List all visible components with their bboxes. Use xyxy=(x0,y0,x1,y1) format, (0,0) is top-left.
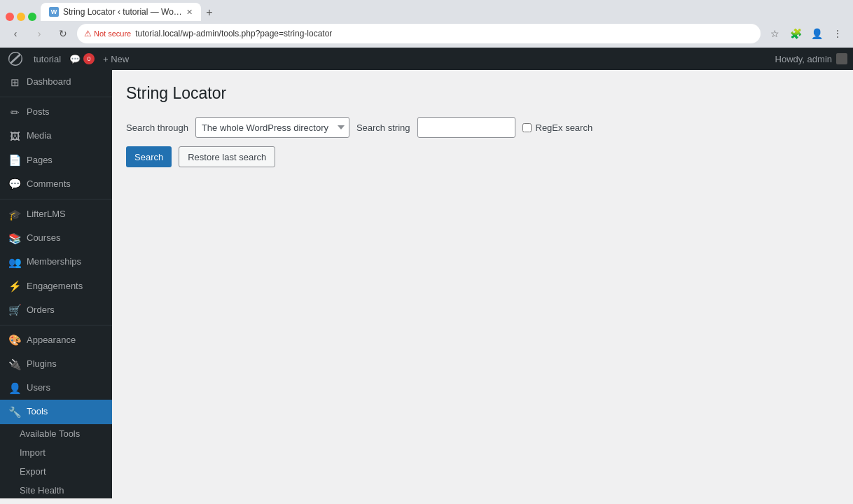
memberships-icon: 👥 xyxy=(8,255,21,268)
sidebar-item-appearance[interactable]: 🎨 Appearance xyxy=(0,328,112,352)
security-indicator: ⚠ Not secure xyxy=(84,29,131,38)
admin-bar-howdy: Howdy, admin xyxy=(775,53,847,64)
tab-favicon: W xyxy=(49,7,59,17)
form-buttons: Search Restore last search xyxy=(126,146,839,167)
new-tab-btn[interactable]: + xyxy=(201,4,218,21)
sidebar-item-pages[interactable]: 📄 Pages xyxy=(0,148,112,172)
wp-logo[interactable] xyxy=(6,49,25,69)
appearance-icon: 🎨 xyxy=(8,334,21,346)
comments-icon: 💬 xyxy=(8,178,21,190)
sidebar-item-comments[interactable]: 💬 Comments xyxy=(0,172,112,196)
nav-reload-btn[interactable]: ↻ xyxy=(53,24,73,43)
sidebar-item-dashboard[interactable]: ⊞ Dashboard xyxy=(0,70,112,94)
window-maximize-btn[interactable] xyxy=(28,13,36,21)
tools-icon: 🔧 xyxy=(8,406,21,419)
admin-bar-comments[interactable]: 💬 0 xyxy=(69,53,95,64)
comments-badge: 0 xyxy=(83,53,95,64)
browser-tab-active[interactable]: W String Locator ‹ tutorial — Wo… ✕ xyxy=(41,3,201,21)
wp-admin-layout: ⊞ Dashboard ✏ Posts 🖼 Media 📄 Pages 💬 Co… xyxy=(0,70,853,498)
address-bar[interactable]: ⚠ Not secure tutorial.local/wp-admin/too… xyxy=(77,24,761,43)
main-content: String Locator Search through The whole … xyxy=(112,70,853,498)
admin-avatar xyxy=(836,53,847,64)
sidebar-label-posts: Posts xyxy=(27,106,50,118)
sub-site-health[interactable]: Site Health xyxy=(0,481,112,498)
search-string-input[interactable] xyxy=(417,117,515,138)
window-close-btn[interactable] xyxy=(6,13,14,21)
admin-bar-site[interactable]: tutorial xyxy=(34,54,61,64)
search-button[interactable]: Search xyxy=(126,146,172,167)
engagements-icon: ⚡ xyxy=(8,280,21,293)
sidebar-label-plugins: Plugins xyxy=(27,358,57,370)
sidebar-item-memberships[interactable]: 👥 Memberships xyxy=(0,250,112,274)
dashboard-icon: ⊞ xyxy=(8,76,21,88)
bookmark-btn[interactable]: ☆ xyxy=(765,24,784,43)
sidebar-item-media[interactable]: 🖼 Media xyxy=(0,124,112,148)
lifterlms-icon: 🎓 xyxy=(8,208,21,220)
sidebar-divider-2 xyxy=(0,199,112,200)
sidebar-item-users[interactable]: 👤 Users xyxy=(0,376,112,400)
sidebar-item-tools[interactable]: 🔧 Tools xyxy=(0,400,112,424)
extensions-btn[interactable]: 🧩 xyxy=(786,24,805,43)
sidebar-item-lifterlms[interactable]: 🎓 LifterLMS xyxy=(0,202,112,226)
sidebar-item-orders[interactable]: 🛒 Orders xyxy=(0,298,112,322)
sidebar-label-media: Media xyxy=(27,130,51,142)
sidebar-divider-1 xyxy=(0,97,112,97)
search-through-label: Search through xyxy=(126,122,188,133)
nav-back-btn[interactable]: ‹ xyxy=(6,24,25,43)
restore-last-search-button[interactable]: Restore last search xyxy=(179,146,275,167)
posts-icon: ✏ xyxy=(8,106,21,118)
regex-checkbox-label: RegEx search xyxy=(522,122,593,133)
tab-bar: W String Locator ‹ tutorial — Wo… ✕ + xyxy=(0,0,853,21)
sidebar-label-pages: Pages xyxy=(27,154,53,167)
admin-bar-new[interactable]: + New xyxy=(103,54,129,64)
regex-checkbox[interactable] xyxy=(522,123,532,132)
tab-title: String Locator ‹ tutorial — Wo… xyxy=(63,7,182,17)
regex-label-text: RegEx search xyxy=(536,122,593,133)
sidebar-label-comments: Comments xyxy=(27,178,71,190)
sidebar-label-users: Users xyxy=(27,382,50,394)
sidebar-item-engagements[interactable]: ⚡ Engagements xyxy=(0,274,112,298)
nav-forward-btn[interactable]: › xyxy=(29,24,49,43)
sidebar-label-tools: Tools xyxy=(27,405,48,418)
sub-import[interactable]: Import xyxy=(0,443,112,462)
sidebar-label-orders: Orders xyxy=(27,304,55,316)
sidebar-label-appearance: Appearance xyxy=(27,334,76,346)
url-text: tutorial.local/wp-admin/tools.php?page=s… xyxy=(135,29,332,38)
sidebar: ⊞ Dashboard ✏ Posts 🖼 Media 📄 Pages 💬 Co… xyxy=(0,70,112,498)
media-icon: 🖼 xyxy=(8,130,21,142)
address-actions: ☆ 🧩 👤 ⋮ xyxy=(765,24,847,43)
sidebar-label-lifterlms: LifterLMS xyxy=(27,208,66,220)
plugins-icon: 🔌 xyxy=(8,358,21,370)
account-btn[interactable]: 👤 xyxy=(807,24,826,43)
courses-icon: 📚 xyxy=(8,232,21,244)
sub-export[interactable]: Export xyxy=(0,462,112,481)
sub-available-tools[interactable]: Available Tools xyxy=(0,424,112,443)
sidebar-label-dashboard: Dashboard xyxy=(27,76,71,88)
sidebar-item-courses[interactable]: 📚 Courses xyxy=(0,226,112,250)
browser-window: W String Locator ‹ tutorial — Wo… ✕ + ‹ … xyxy=(0,0,853,48)
tab-close-btn[interactable]: ✕ xyxy=(186,8,193,17)
tools-submenu: Available Tools Import Export Site Healt… xyxy=(0,424,112,498)
pages-icon: 📄 xyxy=(8,154,21,167)
sidebar-item-plugins[interactable]: 🔌 Plugins xyxy=(0,352,112,376)
sidebar-label-engagements: Engagements xyxy=(27,280,83,293)
window-minimize-btn[interactable] xyxy=(17,13,25,21)
sidebar-label-memberships: Memberships xyxy=(27,255,81,268)
search-form: Search through The whole WordPress direc… xyxy=(126,117,839,138)
security-icon: ⚠ xyxy=(84,29,92,38)
sidebar-label-courses: Courses xyxy=(27,232,60,244)
search-through-select[interactable]: The whole WordPress directory Active the… xyxy=(195,117,349,138)
results-area xyxy=(126,176,839,456)
sidebar-item-posts[interactable]: ✏ Posts xyxy=(0,100,112,124)
page-title: String Locator xyxy=(126,84,839,103)
address-bar-row: ‹ › ↻ ⚠ Not secure tutorial.local/wp-adm… xyxy=(0,21,853,48)
wp-admin-bar: tutorial 💬 0 + New Howdy, admin xyxy=(0,48,853,70)
users-icon: 👤 xyxy=(8,382,21,394)
orders-icon: 🛒 xyxy=(8,304,21,316)
wp-logo-icon xyxy=(8,52,22,66)
sidebar-divider-3 xyxy=(0,325,112,326)
menu-btn[interactable]: ⋮ xyxy=(828,24,847,43)
search-string-label: Search string xyxy=(356,122,410,133)
